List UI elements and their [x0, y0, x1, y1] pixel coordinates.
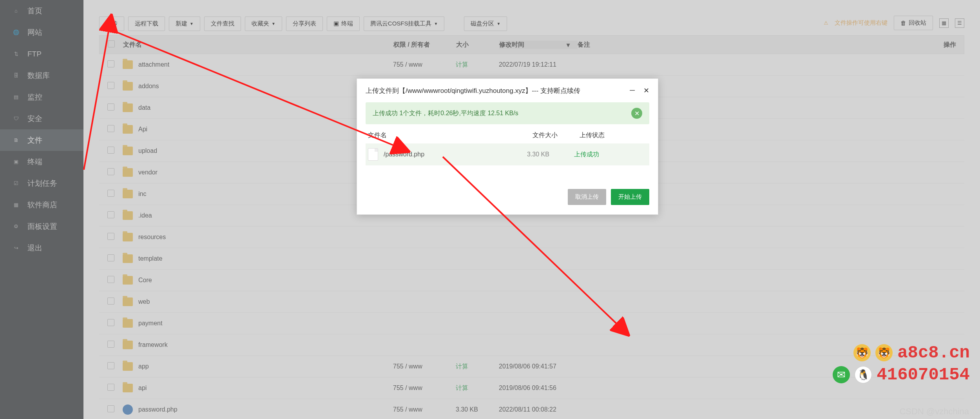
upload-file-name: /password.php [384, 151, 424, 158]
upload-col-status: 上传状态 [580, 131, 647, 140]
upload-row: /password.php 3.30 KB 上传成功 [366, 143, 649, 165]
success-text: 上传成功 1个文件，耗时0.26秒,平均速度 12.51 KB/s [373, 109, 518, 118]
qq-icon: 🐧 [855, 366, 872, 383]
upload-col-size: 文件大小 [533, 131, 580, 140]
watermark: CSDN @vzhchina [899, 406, 969, 417]
upload-dialog: 上传文件到【/www/wwwroot/qingtiwifi.yuzhoutong… [357, 78, 658, 215]
contact-site: a8c8.cn [897, 343, 970, 363]
minimize-icon[interactable]: ─ [630, 86, 635, 95]
start-upload-button[interactable]: 开始上传 [611, 189, 649, 205]
upload-col-name: 文件名 [368, 131, 533, 140]
upload-list-header: 文件名 文件大小 上传状态 [366, 124, 649, 143]
dialog-body: 上传成功 1个文件，耗时0.26秒,平均速度 12.51 KB/s ✕ 文件名 … [357, 102, 658, 173]
mascot-icon: 🐯 [853, 344, 871, 361]
dialog-title-text: 上传文件到【/www/wwwroot/qingtiwifi.yuzhoutong… [366, 86, 580, 95]
dialog-titlebar: 上传文件到【/www/wwwroot/qingtiwifi.yuzhoutong… [357, 79, 658, 102]
file-icon [368, 148, 378, 161]
contact-block: 🐯 🐯 a8c8.cn ✉ 🐧 416070154 [833, 343, 970, 385]
close-icon[interactable]: ✕ [643, 86, 649, 95]
success-message: 上传成功 1个文件，耗时0.26秒,平均速度 12.51 KB/s ✕ [366, 102, 649, 124]
cancel-upload-button[interactable]: 取消上传 [568, 189, 606, 205]
dialog-footer: 取消上传 开始上传 [357, 173, 658, 214]
wechat-icon: ✉ [833, 366, 850, 383]
upload-file-status: 上传成功 [574, 151, 647, 159]
upload-file-size: 3.30 KB [527, 151, 574, 158]
dismiss-success-icon[interactable]: ✕ [631, 108, 642, 119]
contact-qq: 416070154 [877, 365, 970, 385]
mascot-icon: 🐯 [875, 344, 893, 361]
